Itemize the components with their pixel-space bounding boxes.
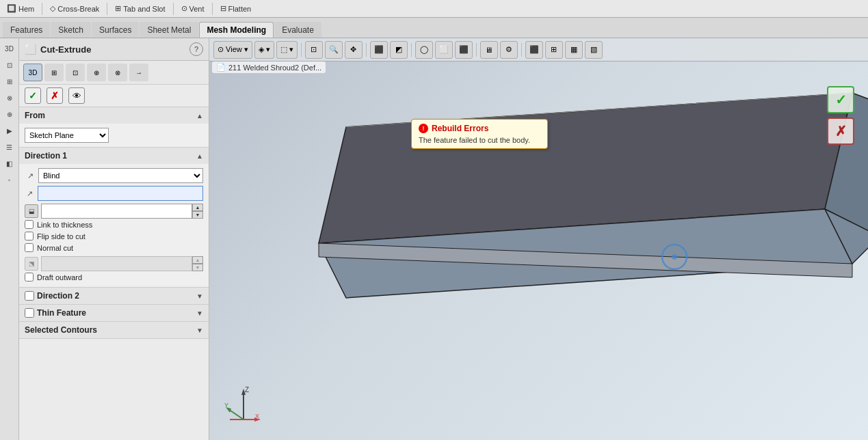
direction1-collapse-arrow: ▲ — [196, 152, 203, 160]
direction2-row[interactable]: Direction 2 ▼ — [19, 288, 209, 305]
vp-btn-layout4[interactable]: ▧ — [585, 41, 603, 59]
tab-features[interactable]: Features — [3, 22, 50, 38]
help-button[interactable]: ? — [189, 42, 203, 56]
draft-outward-row: Draft outward — [25, 271, 203, 283]
link-to-thickness-row: Link to thickness — [25, 219, 203, 230]
3d-shape — [291, 72, 868, 380]
vp-btn-gear[interactable]: ⚙ — [500, 41, 518, 59]
crossbreak-icon: ◇ — [50, 4, 55, 13]
draft-outward-label: Draft outward — [37, 273, 82, 281]
depth-icon: ⬓ — [25, 204, 38, 218]
toolbar-crossbreak[interactable]: ◇ Cross-Break — [46, 3, 103, 14]
action-row: ✓ ✗ 👁 — [19, 85, 209, 107]
thin-feature-collapse-arrow: ▼ — [196, 310, 203, 317]
tab-sketch[interactable]: Sketch — [51, 22, 91, 38]
cancel-button[interactable]: ✗ — [47, 87, 63, 104]
sidebar-view5-btn[interactable]: ▶ — [2, 123, 17, 138]
sidebar-view8-btn[interactable]: ◦ — [2, 172, 17, 187]
view-btn-3d[interactable]: 3D — [23, 64, 42, 81]
view-btn-circle[interactable]: ⊕ — [87, 64, 106, 81]
depth-spinner: 0.10in ▲ ▼ — [41, 204, 203, 219]
toolbar-sep-2 — [107, 3, 107, 15]
link-to-thickness-checkbox[interactable] — [25, 220, 34, 229]
view-icons-row: 3D ⊞ ⊡ ⊕ ⊗ → — [19, 61, 209, 85]
depth-input[interactable]: 0.10in — [41, 204, 192, 219]
sidebar-view7-btn[interactable]: ◧ — [2, 156, 17, 171]
svg-point-7 — [672, 254, 677, 260]
view-btn-x[interactable]: ⊗ — [108, 64, 127, 81]
flip-side-checkbox[interactable] — [25, 232, 34, 240]
vp-btn-display[interactable]: ⬚ ▾ — [276, 41, 298, 59]
from-section-header[interactable]: From ▲ — [19, 107, 209, 124]
overlay-ok-button[interactable]: ✓ — [827, 86, 854, 113]
sidebar-view6-btn[interactable]: ☰ — [2, 139, 17, 154]
toolbar-flatten[interactable]: ⊟ Flatten — [216, 3, 256, 14]
overlay-confirm: ✓ ✗ — [827, 86, 854, 145]
tab-mesh-modeling[interactable]: Mesh Modeling — [199, 22, 274, 38]
selected-contours-header[interactable]: Selected Contours ▼ — [19, 322, 209, 338]
tab-sheet-metal[interactable]: Sheet Metal — [140, 22, 198, 38]
thin-feature-checkbox[interactable] — [25, 308, 34, 318]
direction1-section: Direction 1 ▲ ↗ Blind Through All Up To … — [19, 148, 209, 288]
depth-down-button[interactable]: ▼ — [192, 211, 203, 219]
direction1-type-dropdown[interactable]: Blind Through All Up To Next Up To Verte… — [38, 168, 203, 183]
vp-btn-orient[interactable]: ◈ ▾ — [254, 41, 274, 59]
from-section: From ▲ Sketch Plane Surface/Face/Plane V… — [19, 107, 209, 148]
flatten-icon: ⊟ — [220, 4, 226, 13]
panel-header: ⬜ Cut-Extrude ? — [19, 38, 209, 61]
sidebar-view2-btn[interactable]: ⊞ — [2, 74, 17, 89]
tab-surfaces[interactable]: Surfaces — [92, 22, 139, 38]
overlay-cancel-button[interactable]: ✗ — [827, 118, 854, 145]
preview-button[interactable]: 👁 — [68, 87, 85, 104]
sidebar-3d-btn[interactable]: 3D — [2, 41, 17, 56]
vp-btn-hide[interactable]: ◯ — [415, 41, 433, 59]
normal-cut-checkbox[interactable] — [25, 243, 34, 252]
direction1-text-input[interactable] — [38, 186, 203, 201]
vp-btn-view[interactable]: ⊙ View ▾ — [213, 41, 252, 59]
draft-icon: ⬔ — [25, 257, 38, 271]
vp-btn-section[interactable]: ⬛ — [370, 41, 388, 59]
vp-btn-layout2[interactable]: ⊞ — [545, 41, 563, 59]
direction2-collapse-arrow: ▼ — [196, 292, 203, 300]
vp-btn-appear[interactable]: ⬜ — [435, 41, 453, 59]
breadcrumb-bar: 📄 211 Welded Shroud2 (Def... — [212, 61, 326, 73]
sidebar-view4-btn[interactable]: ⊕ — [2, 107, 17, 122]
vp-btn-pan[interactable]: ✥ — [345, 41, 363, 59]
vp-btn-appear2[interactable]: ⬛ — [455, 41, 473, 59]
direction1-arrow2-icon[interactable]: ↗ — [25, 188, 35, 199]
z-axis-label: Z — [245, 386, 249, 394]
3d-svg — [291, 72, 868, 380]
vp-btn-zoom-in[interactable]: 🔍 — [325, 41, 343, 59]
sidebar-view1-btn[interactable]: ⊡ — [2, 57, 17, 72]
vp-btn-layout3[interactable]: ▦ — [565, 41, 583, 59]
direction1-section-header[interactable]: Direction 1 ▲ — [19, 148, 209, 164]
tab-evaluate[interactable]: Evaluate — [274, 22, 321, 38]
direction1-flip-icon[interactable]: ↗ — [25, 170, 36, 181]
depth-up-button[interactable]: ▲ — [192, 204, 203, 211]
vp-btn-view3d[interactable]: ◩ — [390, 41, 408, 59]
thin-feature-row[interactable]: Thin Feature ▼ — [19, 305, 209, 322]
vp-btn-monitor[interactable]: 🖥 — [480, 41, 498, 59]
toolbar-tab-and-slot[interactable]: ⊞ Tab and Slot — [111, 3, 169, 14]
view-btn-box[interactable]: ⊡ — [66, 64, 85, 81]
depth-row: ⬓ 0.10in ▲ ▼ — [25, 204, 203, 219]
sidebar-view3-btn[interactable]: ⊗ — [2, 90, 17, 105]
vent-icon: ⊙ — [181, 4, 187, 13]
toolbar-hem[interactable]: 🔲 Hem — [3, 3, 38, 14]
vp-btn-zoom-fit[interactable]: ⊡ — [305, 41, 323, 59]
ok-button[interactable]: ✓ — [25, 87, 41, 104]
draft-outward-checkbox[interactable] — [25, 273, 34, 281]
from-dropdown[interactable]: Sketch Plane Surface/Face/Plane Vertex O… — [25, 128, 109, 143]
view-btn-arrow[interactable]: → — [129, 64, 148, 81]
depth-spinner-buttons: ▲ ▼ — [192, 204, 203, 219]
vp-btn-layout1[interactable]: ⬛ — [525, 41, 543, 59]
tab-bar: Features Sketch Surfaces Sheet Metal Mes… — [0, 18, 868, 38]
selected-contours-section: Selected Contours ▼ — [19, 322, 209, 339]
link-to-thickness-label: Link to thickness — [37, 221, 92, 229]
direction2-checkbox[interactable] — [25, 291, 34, 301]
icon-sidebar: 3D ⊡ ⊞ ⊗ ⊕ ▶ ☰ ◧ ◦ — [0, 38, 19, 440]
viewport-toolbar: ⊙ View ▾ ◈ ▾ ⬚ ▾ ⊡ 🔍 ✥ ⬛ ◩ ◯ ⬜ ⬛ 🖥 ⚙ ⬛ ⊞… — [209, 38, 868, 61]
error-title: ! Rebuild Errors — [419, 124, 540, 133]
view-btn-grid[interactable]: ⊞ — [44, 64, 64, 81]
toolbar-vent[interactable]: ⊙ Vent — [177, 3, 209, 14]
